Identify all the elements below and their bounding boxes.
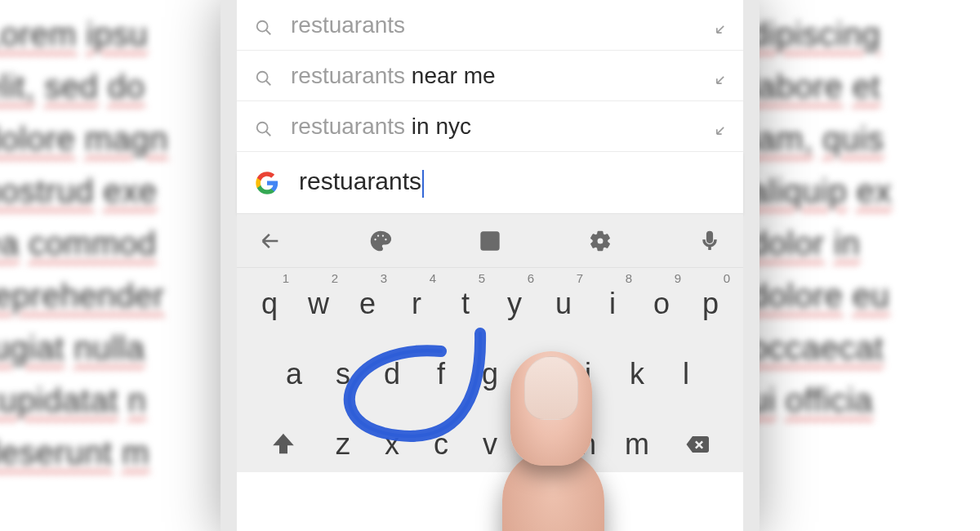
- svg-rect-6: [482, 232, 499, 249]
- palette-icon[interactable]: [368, 229, 393, 253]
- background-text-right: dipiscing labore et iam, quis aliquip ex…: [743, 0, 980, 531]
- key-g[interactable]: g: [467, 346, 513, 402]
- key-b[interactable]: b: [516, 417, 562, 472]
- svg-point-4: [257, 122, 268, 132]
- key-f[interactable]: f: [418, 346, 464, 402]
- text-cursor: [422, 170, 424, 198]
- svg-point-2: [257, 71, 268, 82]
- key-s[interactable]: s: [320, 346, 366, 402]
- key-d[interactable]: d: [369, 346, 415, 402]
- suggestion-text: restuarants near me: [291, 63, 712, 89]
- key-e[interactable]: 3e: [345, 276, 390, 332]
- search-input-text: restuarants: [299, 167, 424, 197]
- key-h[interactable]: h: [516, 346, 562, 402]
- key-t[interactable]: 5t: [443, 276, 488, 332]
- key-k[interactable]: k: [614, 346, 660, 402]
- suggestion-row[interactable]: restuarants: [237, 0, 743, 51]
- svg-line-3: [266, 80, 271, 85]
- key-row-2: asdfghjkl: [240, 346, 740, 402]
- background-text-left: Lorem ipsu elit, sed do dolore magn nost…: [0, 0, 237, 531]
- suggestion-text: restuarants: [291, 12, 712, 38]
- key-v[interactable]: v: [467, 417, 513, 472]
- key-a[interactable]: a: [271, 346, 317, 402]
- key-o[interactable]: 9o: [639, 276, 684, 332]
- phone-frame: restuarants restuarants near me: [220, 0, 760, 531]
- insert-arrow-icon[interactable]: [712, 17, 728, 33]
- insert-arrow-icon[interactable]: [712, 118, 728, 135]
- key-y[interactable]: 6y: [492, 276, 537, 332]
- svg-line-1: [266, 29, 271, 34]
- key-r[interactable]: 4r: [394, 276, 439, 332]
- search-icon: [255, 67, 273, 85]
- key-l[interactable]: l: [663, 346, 709, 402]
- key-i[interactable]: 8i: [590, 276, 635, 332]
- backspace-key[interactable]: [666, 417, 727, 472]
- svg-line-5: [266, 131, 271, 136]
- key-z[interactable]: z: [320, 417, 366, 472]
- svg-point-0: [257, 20, 268, 31]
- search-suggestions: restuarants restuarants near me: [237, 0, 743, 152]
- keyboard-toolbar: [237, 214, 743, 268]
- key-m[interactable]: m: [614, 417, 660, 472]
- key-p[interactable]: 0p: [688, 276, 733, 332]
- shift-key[interactable]: [253, 417, 314, 472]
- microphone-icon[interactable]: [697, 229, 722, 253]
- search-icon: [255, 118, 273, 136]
- google-logo-icon: [255, 171, 279, 195]
- key-x[interactable]: x: [369, 417, 415, 472]
- key-j[interactable]: j: [565, 346, 611, 402]
- suggestion-text: restuarants in nyc: [291, 114, 712, 140]
- back-arrow-icon[interactable]: [258, 229, 283, 253]
- key-row-1: 1q2w3e4r5t6y7u8i9o0p: [240, 276, 740, 332]
- key-u[interactable]: 7u: [541, 276, 586, 332]
- sticker-icon[interactable]: [478, 229, 502, 253]
- key-w[interactable]: 2w: [296, 276, 341, 332]
- key-q[interactable]: 1q: [247, 276, 292, 332]
- suggestion-row[interactable]: restuarants in nyc: [237, 101, 743, 152]
- key-row-3: zxcvbnm: [240, 417, 740, 472]
- suggestion-row[interactable]: restuarants near me: [237, 51, 743, 101]
- key-n[interactable]: n: [565, 417, 611, 472]
- search-input-row[interactable]: restuarants: [237, 152, 743, 214]
- search-icon: [255, 16, 273, 34]
- keyboard: 1q2w3e4r5t6y7u8i9o0p asdfghjkl zxcvbnm: [237, 268, 743, 472]
- key-c[interactable]: c: [418, 417, 464, 472]
- insert-arrow-icon[interactable]: [712, 68, 728, 84]
- gear-icon[interactable]: [588, 229, 612, 253]
